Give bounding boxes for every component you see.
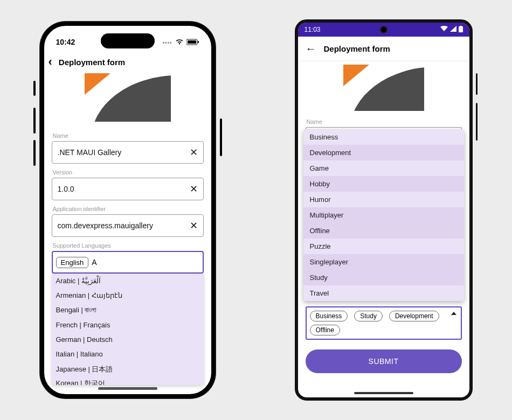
iphone-notch xyxy=(101,33,155,48)
category-option[interactable]: Study xyxy=(303,270,464,285)
back-chevron-icon[interactable]: ‹ xyxy=(47,55,53,69)
category-dropdown[interactable]: BusinessDevelopmentGameHobbyHumorMultipl… xyxy=(303,129,464,301)
lang-option[interactable]: Bengali | বাংলা xyxy=(52,303,204,318)
lang-option[interactable]: Armenian | Հայերէն xyxy=(52,288,204,303)
langs-typeahead[interactable] xyxy=(92,258,102,267)
lang-option[interactable]: Korean | 한국어 xyxy=(52,377,204,385)
appid-input[interactable]: com.devexpress.mauigallery ✕ xyxy=(52,214,204,237)
android-camera xyxy=(380,26,388,33)
langs-label: Supported Languages xyxy=(53,242,204,249)
iphone-frame: 10:42 ‹ Deployment form Name .NET MAUI G… xyxy=(40,22,216,398)
app-hero-image xyxy=(343,65,424,111)
submit-button[interactable]: SUBMIT xyxy=(306,349,462,373)
category-option[interactable]: Singleplayer xyxy=(303,254,464,270)
category-chip[interactable]: Study xyxy=(354,311,383,321)
home-indicator xyxy=(354,392,413,394)
battery-icon xyxy=(459,26,463,34)
svg-rect-1 xyxy=(188,40,196,44)
page-title: Deployment form xyxy=(59,58,125,67)
signal-icon xyxy=(450,26,456,33)
name-value: .NET MAUI Gallery xyxy=(58,148,189,157)
home-indicator xyxy=(98,387,157,390)
appid-value: com.devexpress.mauigallery xyxy=(58,221,189,230)
category-option[interactable]: Travel xyxy=(303,285,464,301)
lang-option[interactable]: French | Français xyxy=(52,318,204,332)
category-option[interactable]: Humor xyxy=(303,192,464,207)
appid-label: Application identifier xyxy=(53,206,204,212)
clear-icon[interactable]: ✕ xyxy=(189,220,199,232)
svg-rect-3 xyxy=(459,26,463,32)
name-input[interactable]: .NET MAUI Gallery ✕ xyxy=(52,141,204,164)
clear-icon[interactable]: ✕ xyxy=(189,183,199,195)
name-label: Name xyxy=(307,118,462,125)
svg-rect-4 xyxy=(460,26,462,27)
category-option[interactable]: Game xyxy=(303,160,464,176)
android-nav-header: ← Deployment form xyxy=(298,37,469,61)
name-label: Name xyxy=(53,132,204,139)
cellular-dots-icon xyxy=(162,38,172,46)
ios-time: 10:42 xyxy=(56,38,75,46)
category-chip[interactable]: Development xyxy=(389,311,439,321)
category-chip[interactable]: Business xyxy=(310,311,348,321)
battery-icon xyxy=(186,39,199,45)
android-time: 11:03 xyxy=(305,26,321,33)
svg-rect-2 xyxy=(198,41,199,43)
category-chip[interactable]: Offline xyxy=(310,325,340,335)
langs-input[interactable]: English xyxy=(52,251,204,274)
category-option[interactable]: Hobby xyxy=(303,176,464,192)
lang-option[interactable]: Italian | Italiano xyxy=(52,347,204,361)
category-option[interactable]: Development xyxy=(303,145,464,160)
lang-chip[interactable]: English xyxy=(56,257,89,268)
wifi-icon xyxy=(175,39,184,45)
wifi-icon xyxy=(440,26,448,33)
category-option[interactable]: Multiplayer xyxy=(303,207,464,223)
android-frame: 11:03 ← Deployment form Name xyxy=(295,19,473,401)
version-label: Version xyxy=(53,169,204,176)
langs-dropdown[interactable]: Arabic | اَلْعَرَبِيَّةُArmenian | Հայեր… xyxy=(52,274,204,385)
back-arrow-icon[interactable]: ← xyxy=(306,43,316,55)
lang-option[interactable]: Arabic | اَلْعَرَبِيَّةُ xyxy=(52,274,204,288)
category-option[interactable]: Business xyxy=(303,129,464,145)
lang-option[interactable]: German | Deutsch xyxy=(52,332,204,347)
selected-categories-input[interactable]: BusinessStudyDevelopmentOffline xyxy=(306,306,462,340)
version-input[interactable]: 1.0.0 ✕ xyxy=(52,178,204,200)
version-value: 1.0.0 xyxy=(58,185,189,193)
page-title: Deployment form xyxy=(324,44,390,53)
collapse-caret-icon[interactable] xyxy=(451,312,456,315)
category-option[interactable]: Puzzle xyxy=(303,239,464,254)
lang-option[interactable]: Japanese | 日本語 xyxy=(52,361,204,377)
clear-icon[interactable]: ✕ xyxy=(189,146,199,158)
category-option[interactable]: Offline xyxy=(303,223,464,239)
ios-nav-header: ‹ Deployment form xyxy=(44,51,211,73)
app-hero-image xyxy=(85,73,171,122)
